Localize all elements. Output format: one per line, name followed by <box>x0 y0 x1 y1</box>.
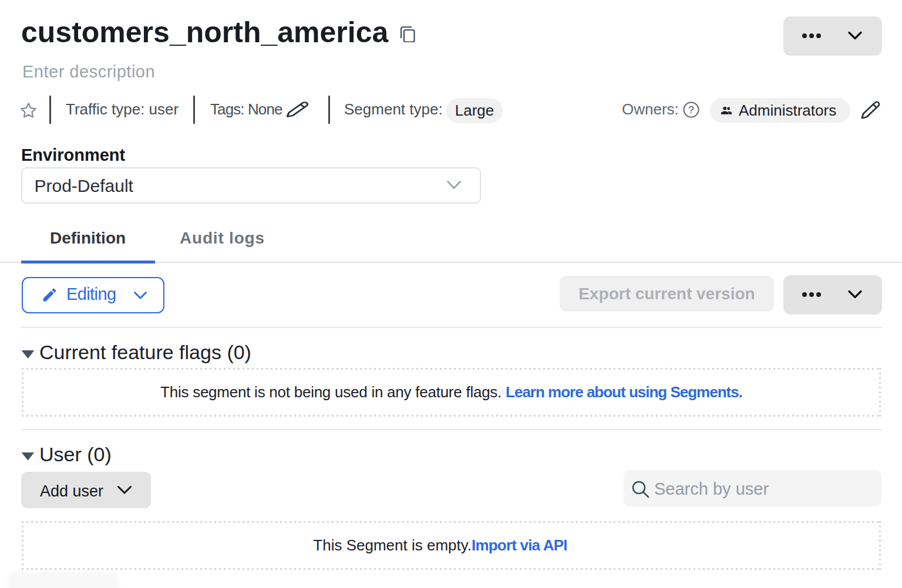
svg-text:?: ? <box>688 104 694 116</box>
